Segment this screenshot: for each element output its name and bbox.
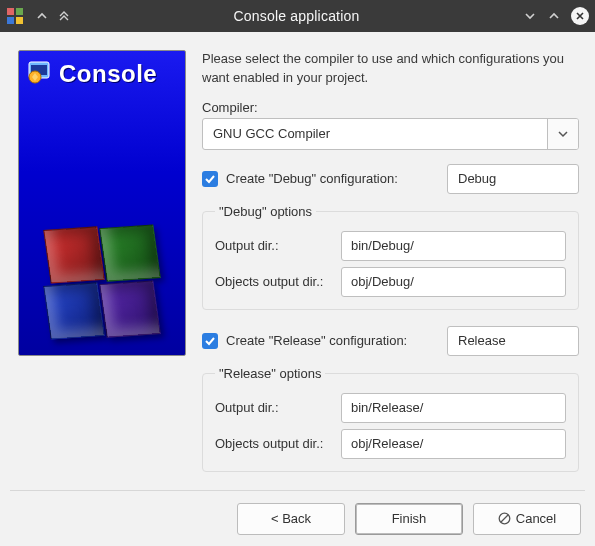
compiler-combo[interactable]: GNU GCC Compiler (202, 118, 579, 150)
cancel-icon (498, 512, 511, 525)
app-icon (6, 7, 24, 25)
titlebar-top-icon[interactable] (54, 6, 74, 26)
svg-rect-3 (16, 17, 23, 24)
titlebar-right-controls (519, 5, 589, 27)
release-objects-row: Objects output dir.: (215, 429, 566, 459)
wizard-banner: Console (18, 50, 186, 356)
debug-output-row: Output dir.: (215, 231, 566, 261)
chevron-down-icon (558, 129, 568, 139)
release-objects-input[interactable] (341, 429, 566, 459)
release-check-label: Create "Release" configuration: (226, 333, 407, 348)
release-group-title: "Release" options (215, 366, 325, 381)
debug-options-group: "Debug" options Output dir.: Objects out… (202, 204, 579, 310)
wizard-footer: < Back Finish Cancel (0, 491, 595, 546)
banner-header: Console (27, 59, 181, 88)
cancel-button-label: Cancel (516, 511, 556, 526)
compiler-row: GNU GCC Compiler (202, 118, 579, 150)
titlebar-left-controls (6, 6, 74, 26)
debug-check-label: Create "Debug" configuration: (226, 171, 398, 186)
release-name-input[interactable] (447, 326, 579, 356)
debug-group-title: "Debug" options (215, 204, 316, 219)
release-output-row: Output dir.: (215, 393, 566, 423)
titlebar: Console application (0, 0, 595, 32)
debug-objects-input[interactable] (341, 267, 566, 297)
release-check-row: Create "Release" configuration: (202, 326, 579, 356)
titlebar-prev-icon[interactable] (32, 6, 52, 26)
svg-rect-2 (7, 17, 14, 24)
back-button[interactable]: < Back (237, 503, 345, 535)
maximize-icon[interactable] (543, 5, 565, 27)
banner-title: Console (59, 60, 157, 88)
release-objects-label: Objects output dir.: (215, 436, 341, 451)
combo-dropdown-button[interactable] (547, 119, 578, 149)
wizard-body: Console Please select the compiler to us… (0, 32, 595, 490)
debug-name-input[interactable] (447, 164, 579, 194)
window-title: Console application (74, 8, 519, 24)
check-icon (204, 335, 216, 347)
release-output-input[interactable] (341, 393, 566, 423)
debug-objects-row: Objects output dir.: (215, 267, 566, 297)
debug-check-row: Create "Debug" configuration: (202, 164, 579, 194)
svg-rect-0 (7, 8, 14, 15)
debug-objects-label: Objects output dir.: (215, 274, 341, 289)
release-checkbox[interactable] (202, 333, 218, 349)
svg-rect-1 (16, 8, 23, 15)
banner-cubes-icon (47, 225, 157, 339)
banner-console-icon (27, 59, 53, 88)
back-button-label: < Back (271, 511, 311, 526)
compiler-value: GNU GCC Compiler (203, 119, 547, 149)
svg-line-8 (501, 515, 508, 522)
release-output-label: Output dir.: (215, 400, 341, 415)
wizard-main: Please select the compiler to use and wh… (202, 50, 579, 490)
minimize-icon[interactable] (519, 5, 541, 27)
finish-button-label: Finish (392, 511, 427, 526)
check-icon (204, 173, 216, 185)
release-options-group: "Release" options Output dir.: Objects o… (202, 366, 579, 472)
compiler-label: Compiler: (202, 100, 579, 115)
cancel-button[interactable]: Cancel (473, 503, 581, 535)
intro-text: Please select the compiler to use and wh… (202, 50, 579, 88)
finish-button[interactable]: Finish (355, 503, 463, 535)
debug-output-input[interactable] (341, 231, 566, 261)
close-icon[interactable] (571, 7, 589, 25)
debug-checkbox[interactable] (202, 171, 218, 187)
debug-output-label: Output dir.: (215, 238, 341, 253)
